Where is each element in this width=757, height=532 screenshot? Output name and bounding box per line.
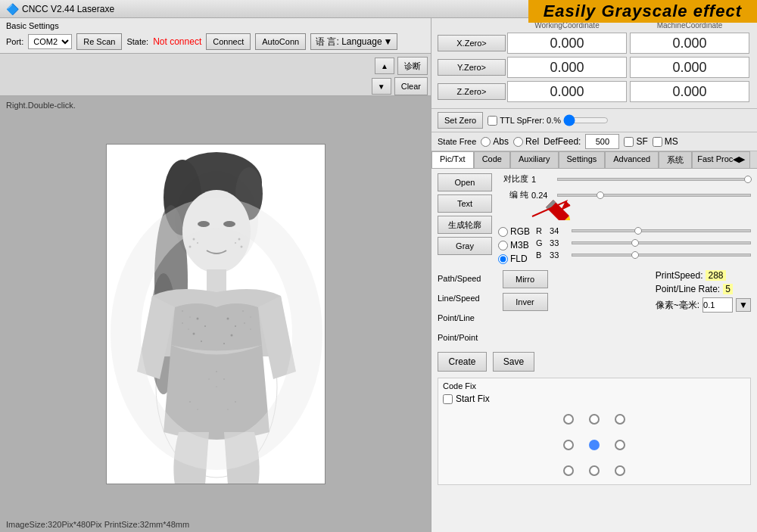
scroll-down-button[interactable]: ▼	[372, 78, 391, 95]
r-slider-thumb[interactable]	[634, 227, 642, 235]
language-button[interactable]: 语 言: Language ▼	[310, 33, 397, 50]
svg-rect-17	[207, 269, 226, 292]
line-speed-label: Line/Speed	[438, 290, 481, 306]
svg-point-25	[223, 343, 225, 344]
sf-label: SF	[636, 136, 647, 147]
fix-top-center[interactable]	[589, 414, 600, 425]
path-labels: Path/Speed Line/Speed Point/Line Point/P…	[438, 270, 481, 346]
svg-point-18	[196, 318, 198, 320]
open-button[interactable]: Open	[438, 173, 492, 191]
svg-point-30	[242, 310, 244, 312]
density-slider-track[interactable]	[557, 194, 751, 197]
set-zero-button[interactable]: Set Zero	[438, 112, 483, 129]
sf-checkbox[interactable]	[624, 137, 634, 147]
app-title: CNCC V2.44 Laseraxe	[22, 4, 114, 14]
create-save-row: Create Save	[438, 352, 751, 372]
g-channel-label: G	[536, 238, 547, 247]
g-slider[interactable]	[572, 241, 751, 244]
tab-auxiliary[interactable]: Auxiliary	[510, 151, 559, 168]
invert-button[interactable]: Inver	[503, 293, 548, 311]
print-speed-label: PrintSpeed:	[656, 270, 703, 281]
gray-button[interactable]: Gray	[438, 237, 492, 255]
mirror-button[interactable]: Mirro	[503, 270, 548, 288]
text-button[interactable]: Text	[438, 194, 492, 213]
r-slider[interactable]	[572, 229, 751, 232]
fld-label: FLD	[510, 254, 528, 264]
b-slider[interactable]	[572, 254, 751, 257]
abs-label: Abs	[493, 136, 509, 147]
controls-right: 对比度 1 编 纯 0.24	[498, 173, 751, 264]
fix-bot-center[interactable]	[589, 465, 600, 476]
scroll-up-button[interactable]: ▲	[375, 58, 394, 74]
autoconn-button[interactable]: AutoConn	[255, 33, 306, 50]
deffeed-label: DefFeed:	[544, 136, 581, 147]
generate-button[interactable]: 生成轮廓	[438, 216, 492, 234]
svg-point-19	[204, 325, 206, 327]
svg-point-20	[192, 333, 195, 335]
canvas-area: Right.Double-click.	[0, 96, 431, 532]
image-container[interactable]	[8, 117, 423, 511]
abs-radio[interactable]	[481, 137, 491, 147]
svg-point-9	[192, 238, 195, 241]
density-slider-thumb[interactable]	[597, 191, 604, 199]
contrast-slider-track[interactable]	[557, 178, 751, 181]
z-zero-button[interactable]: Z.Zero>	[438, 83, 506, 100]
portrait-image[interactable]	[106, 144, 326, 484]
tab-advanced[interactable]: Advanced	[605, 151, 659, 168]
start-fix-checkbox[interactable]	[443, 394, 453, 404]
svg-point-31	[250, 316, 251, 318]
deffeed-input[interactable]: 500	[585, 134, 619, 149]
b-slider-thumb[interactable]	[631, 251, 639, 259]
m3b-radio[interactable]	[498, 241, 508, 250]
svg-point-24	[230, 334, 232, 337]
fix-top-right[interactable]	[615, 414, 625, 425]
ms-checkbox[interactable]	[653, 137, 662, 147]
ttl-checkbox[interactable]	[488, 116, 497, 126]
tabs-container: Pic/Txt Code Auxiliary Settings Advanced…	[431, 151, 757, 169]
tab-pic-txt[interactable]: Pic/Txt	[431, 151, 474, 169]
svg-point-34	[216, 371, 217, 372]
grayscale-banner: Easily Grayscale effect	[528, 0, 757, 23]
contrast-slider-thumb[interactable]	[744, 176, 752, 183]
rescan-button[interactable]: Re Scan	[76, 33, 122, 50]
fix-mid-left[interactable]	[563, 440, 574, 450]
b-value: 33	[550, 250, 569, 260]
save-button[interactable]: Save	[493, 352, 534, 372]
x-working-value: 0.000	[507, 33, 627, 54]
fld-radio[interactable]	[498, 254, 508, 264]
rgb-radio[interactable]	[498, 227, 508, 237]
rgb-label: RGB	[510, 226, 530, 237]
y-zero-button[interactable]: Y.Zero>	[438, 59, 506, 76]
pixel-dropdown-icon[interactable]: ▼	[736, 298, 751, 312]
fix-mid-center[interactable]	[589, 440, 600, 450]
create-button[interactable]: Create	[438, 352, 487, 372]
tab-system[interactable]: 系统	[659, 151, 692, 168]
fix-top-left[interactable]	[563, 414, 574, 425]
svg-point-38	[189, 401, 191, 403]
x-zero-button[interactable]: X.Zero>	[438, 35, 506, 51]
clear-button[interactable]: Clear	[394, 77, 428, 95]
path-action-buttons: Mirro Inver	[503, 270, 548, 346]
code-fix-title: Code Fix	[443, 381, 746, 390]
pencil-decoration	[528, 198, 581, 220]
fix-bot-left[interactable]	[563, 465, 574, 476]
port-select[interactable]: COM2	[28, 34, 72, 49]
density-label: 编 纯	[498, 189, 528, 201]
z-machine-value: 0.000	[630, 81, 749, 102]
svg-point-28	[182, 322, 183, 324]
connect-button[interactable]: Connect	[206, 33, 251, 50]
tab-code[interactable]: Code	[474, 151, 510, 168]
spfeed-slider[interactable]	[563, 114, 609, 126]
r-value: 34	[550, 226, 569, 235]
tab-settings[interactable]: Settings	[559, 151, 606, 168]
path-speed-label: Path/Speed	[438, 270, 481, 287]
rel-radio[interactable]	[513, 137, 523, 147]
diagnostics-button[interactable]: 诊断	[397, 57, 428, 75]
fix-mid-right[interactable]	[615, 440, 625, 450]
pixel-input[interactable]	[702, 297, 733, 313]
tab-fast-proc[interactable]: Fast Proc◀▶	[692, 151, 750, 168]
y-working-value: 0.000	[507, 57, 627, 78]
canvas-hint: Right.Double-click.	[6, 101, 76, 110]
fix-bot-right[interactable]	[615, 465, 625, 476]
g-slider-thumb[interactable]	[631, 239, 639, 247]
